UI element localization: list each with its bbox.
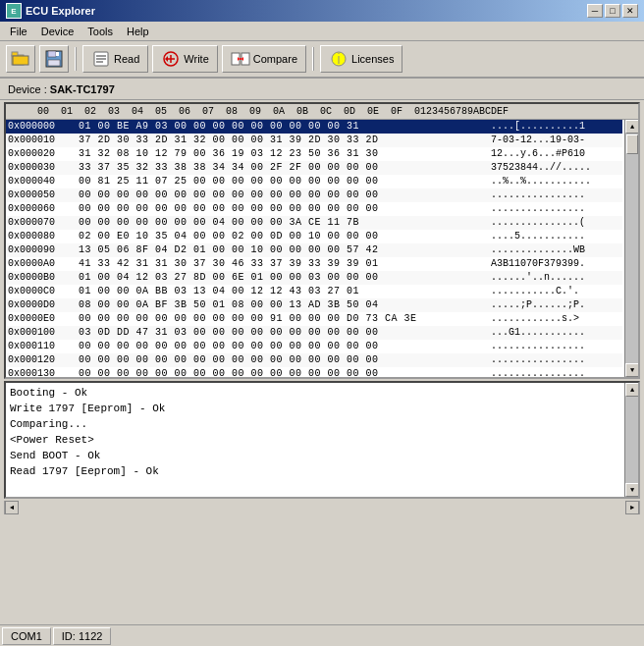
log-content[interactable]: Booting - OkWrite 1797 [Eeprom] - OkComp…	[10, 385, 622, 495]
hex-vscroll[interactable]: ▲ ▼	[624, 120, 638, 377]
hex-row: 0x0000B001 00 04 12 03 27 8D 00 6E 01 00…	[6, 271, 622, 285]
svg-rect-1	[12, 52, 18, 56]
hex-ascii: ................	[487, 367, 622, 377]
hex-bytes: 01 00 00 0A BB 03 13 04 00 12 12 43 03 2…	[77, 285, 487, 298]
hex-bytes: 00 00 00 00 00 00 00 04 00 00 00 3A CE 1…	[77, 216, 487, 230]
menu-device[interactable]: Device	[35, 25, 80, 38]
hex-addr: 0x000030	[6, 161, 77, 175]
hex-scroll-up[interactable]: ▲	[625, 120, 639, 134]
log-scroll-up[interactable]: ▲	[625, 383, 639, 397]
hex-ascii: ................	[487, 340, 622, 353]
hex-content[interactable]: 0x00000001 00 BE A9 03 00 00 00 00 00 00…	[6, 120, 638, 377]
hex-row: 0x00009013 05 06 8F 04 D2 01 00 00 10 00…	[6, 243, 622, 257]
hex-row: 0x00004000 81 25 11 07 25 00 00 00 00 00…	[6, 175, 622, 188]
log-area: Booting - OkWrite 1797 [Eeprom] - OkComp…	[4, 381, 640, 499]
hex-bytes: 00 81 25 11 07 25 00 00 00 00 00 00 00 0…	[77, 175, 487, 188]
hex-bytes: 00 00 00 00 00 00 00 00 00 00 00 00 00 0…	[77, 353, 487, 367]
app-icon: E	[6, 3, 22, 19]
hex-row: 0x00008002 00 E0 10 35 04 00 00 02 00 0D…	[6, 230, 622, 243]
write-icon	[161, 49, 181, 69]
log-vscroll[interactable]: ▲ ▼	[624, 383, 638, 497]
hex-addr: 0x0000A0	[6, 257, 77, 271]
write-button[interactable]: Write	[152, 45, 217, 73]
maximize-button[interactable]: □	[605, 4, 620, 18]
hscroll-right[interactable]: ►	[625, 501, 639, 514]
hex-row: 0x0000A041 33 42 31 31 30 37 30 46 33 37…	[6, 257, 622, 271]
hex-addr: 0x0000D0	[6, 298, 77, 312]
hex-ascii: A3B11070F379399.	[487, 257, 622, 271]
hex-bytes: 13 05 06 8F 04 D2 01 00 00 10 00 00 00 0…	[77, 243, 487, 257]
hex-addr: 0x000040	[6, 175, 77, 188]
open-button[interactable]	[6, 45, 35, 73]
hscroll-left[interactable]: ◄	[5, 501, 19, 514]
hex-row: 0x00007000 00 00 00 00 00 00 04 00 00 00…	[6, 216, 622, 230]
compare-label: Compare	[253, 53, 297, 65]
hex-bytes: 33 37 35 32 33 38 38 34 34 00 2F 2F 00 0…	[77, 161, 487, 175]
hex-row: 0x00000001 00 BE A9 03 00 00 00 00 00 00…	[6, 120, 622, 134]
hex-ascii: ....5...........	[487, 230, 622, 243]
hex-addr: 0x000070	[6, 216, 77, 230]
log-line: <Power Reset>	[10, 432, 622, 448]
log-line: Read 1797 [Eeprom] - Ok	[10, 463, 622, 479]
svg-rect-5	[48, 60, 60, 66]
hex-ascii: ......'..n......	[487, 271, 622, 285]
hex-row: 0x00002031 32 08 10 12 79 00 36 19 03 12…	[6, 147, 622, 161]
hex-col-labels: 00 01 02 03 04 05 06 07 08 09 0A 0B 0C 0…	[8, 106, 509, 117]
log-line: Write 1797 [Eeprom] - Ok	[10, 401, 622, 416]
toolbar: Read Write Compare	[0, 41, 644, 79]
hex-addr: 0x0000E0	[6, 312, 77, 326]
minimize-button[interactable]: ─	[587, 4, 603, 18]
hex-addr: 0x000050	[6, 188, 77, 202]
log-scroll-down[interactable]: ▼	[625, 483, 639, 497]
hex-ascii: ................	[487, 188, 622, 202]
hex-bytes: 00 00 00 00 00 00 00 00 00 00 00 00 00 0…	[77, 188, 487, 202]
hex-ascii: 7-03-12...19-03-	[487, 134, 622, 147]
compare-button[interactable]: Compare	[222, 45, 306, 73]
hex-ascii: ..............WB	[487, 243, 622, 257]
hex-bytes: 08 00 00 0A BF 3B 50 01 08 00 00 13 AD 3…	[77, 298, 487, 312]
hex-ascii: ................	[487, 202, 622, 216]
hex-addr: 0x000110	[6, 340, 77, 353]
log-scroll-track	[625, 397, 638, 483]
hex-addr: 0x000000	[6, 120, 77, 134]
hex-bytes: 00 00 00 00 00 00 00 00 00 00 00 00 00 0…	[77, 202, 487, 216]
hex-ascii: ..%..%...........	[487, 175, 622, 188]
hex-bytes: 31 32 08 10 12 79 00 36 19 03 12 23 50 3…	[77, 147, 487, 161]
hex-row: 0x00013000 00 00 00 00 00 00 00 00 00 00…	[6, 367, 622, 377]
hex-ascii: ...G1...........	[487, 326, 622, 340]
save-button[interactable]	[39, 45, 69, 73]
licenses-label: Licenses	[351, 53, 394, 65]
device-label: Device :	[8, 83, 47, 95]
hex-addr: 0x000090	[6, 243, 77, 257]
hscroll-area[interactable]: ◄ ►	[4, 501, 640, 514]
hex-bytes: 00 00 00 00 00 00 00 00 00 00 00 00 00 0…	[77, 367, 487, 377]
read-icon	[91, 49, 111, 69]
open-icon	[11, 49, 30, 69]
hex-row: 0x0000C001 00 00 0A BB 03 13 04 00 12 12…	[6, 285, 622, 298]
read-label: Read	[114, 53, 139, 65]
toolbar-sep-2	[312, 47, 314, 71]
save-icon	[44, 49, 64, 69]
hex-row: 0x00012000 00 00 00 00 00 00 00 00 00 00…	[6, 353, 622, 367]
hex-bytes: 00 00 00 00 00 00 00 00 00 00 00 00 00 0…	[77, 340, 487, 353]
hex-addr: 0x000080	[6, 230, 77, 243]
read-button[interactable]: Read	[82, 45, 148, 73]
close-button[interactable]: ✕	[622, 4, 638, 18]
hex-ascii: ...............(	[487, 216, 622, 230]
svg-rect-4	[48, 51, 56, 57]
menu-tools[interactable]: Tools	[81, 25, 119, 38]
log-line: Comparing...	[10, 416, 622, 432]
hex-ascii: 37523844..//.....	[487, 161, 622, 175]
hex-bytes: 02 00 E0 10 35 04 00 00 02 00 0D 00 10 0…	[77, 230, 487, 243]
menu-help[interactable]: Help	[121, 25, 155, 38]
licenses-icon	[329, 49, 349, 69]
menu-file[interactable]: File	[4, 25, 33, 38]
hex-area: 00 01 02 03 04 05 06 07 08 09 0A 0B 0C 0…	[4, 102, 640, 379]
hex-bytes: 00 00 00 00 00 00 00 00 00 00 91 00 00 0…	[77, 312, 487, 326]
hex-header: 00 01 02 03 04 05 06 07 08 09 0A 0B 0C 0…	[6, 104, 638, 120]
hex-scroll-down[interactable]: ▼	[625, 363, 639, 377]
status-bar: COM1 ID: 1122	[0, 624, 644, 646]
hex-addr: 0x000100	[6, 326, 77, 340]
licenses-button[interactable]: Licenses	[320, 45, 402, 73]
hex-scroll-thumb[interactable]	[626, 135, 638, 154]
